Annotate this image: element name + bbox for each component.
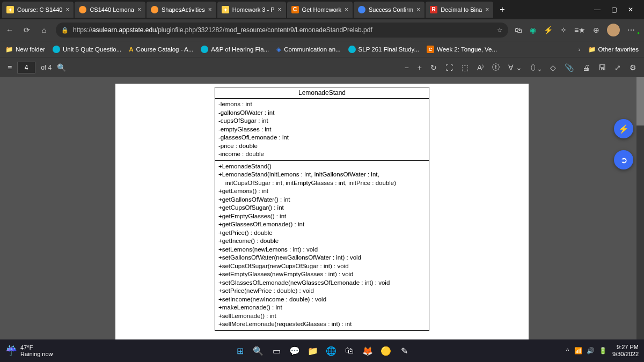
new-tab-button[interactable]: + xyxy=(494,5,510,14)
maximize-button[interactable]: ▢ xyxy=(611,6,617,13)
other-favorites[interactable]: 📁Other favorites xyxy=(588,46,639,53)
favorites-icon[interactable]: ≡★ xyxy=(574,26,586,34)
vertical-scrollbar[interactable] xyxy=(636,77,644,339)
home-button[interactable]: ⌂ xyxy=(39,26,49,34)
erase-icon[interactable]: ◇ xyxy=(550,63,556,72)
notification-dot-icon: ● xyxy=(637,31,640,35)
url-input[interactable]: 🔒 https://asulearn.appstate.edu/pluginfi… xyxy=(56,23,508,38)
pdf-viewer[interactable]: LemonadeStand -lemons : int -gallonsOfWa… xyxy=(0,77,644,339)
toolbar-icons: 🛍 ◉ ⚡ ✧ ≡★ ⊕ ⋯ ● xyxy=(515,24,640,36)
browser-tab-bar: ✦Course: C S1440× CS1440 Lemona× ShapesA… xyxy=(0,0,644,19)
address-bar: ← ⟳ ⌂ 🔒 https://asulearn.appstate.edu/pl… xyxy=(0,19,644,41)
print-icon[interactable]: 🖨 xyxy=(582,63,590,72)
back-button[interactable]: ← xyxy=(4,26,15,34)
extension-icon[interactable]: ⚡ xyxy=(544,26,553,34)
fav-comm[interactable]: ◈Communication an... xyxy=(276,46,340,53)
fav-ap[interactable]: A&P of Hearing Fla... xyxy=(201,46,269,53)
refresh-button[interactable]: ⟳ xyxy=(21,26,32,34)
rotate-icon[interactable]: ↻ xyxy=(430,63,437,72)
fav-week2[interactable]: CWeek 2: Tongue, Ve... xyxy=(427,46,497,53)
tab-homework[interactable]: ✦Homework 3 - P× xyxy=(217,2,286,18)
catalog-icon: A xyxy=(129,46,133,53)
weather-temp: 47°F xyxy=(20,344,53,351)
favicon xyxy=(151,6,158,13)
firefox-button[interactable]: 🦊 xyxy=(361,344,375,358)
zoom-in-icon[interactable]: + xyxy=(418,63,422,72)
pdf-search-icon[interactable]: 🔍 xyxy=(57,63,66,72)
wifi-icon[interactable]: 📶 xyxy=(574,347,582,354)
folder-icon: 📁 xyxy=(588,46,596,53)
menu-icon[interactable]: ⋯ xyxy=(627,26,635,34)
folder-icon: 📁 xyxy=(5,46,13,53)
close-tab-icon[interactable]: × xyxy=(485,6,489,13)
close-tab-icon[interactable]: × xyxy=(278,6,282,13)
extensions-icon[interactable]: ✧ xyxy=(560,26,567,34)
profile-avatar[interactable] xyxy=(607,24,620,36)
close-tab-icon[interactable]: × xyxy=(208,6,212,13)
page-number-input[interactable] xyxy=(17,62,35,73)
url-text: https://asulearn.appstate.edu/pluginfile… xyxy=(73,26,372,34)
uml-class-diagram: LemonadeStand -lemons : int -gallonsOfWa… xyxy=(215,87,429,331)
tab-success[interactable]: Success Confirm× xyxy=(354,2,425,18)
system-tray: ^ 📶 🔊 🔋 9:27 PM 9/30/2022 xyxy=(566,344,639,358)
sidebar-toggle-button[interactable]: ➲ xyxy=(614,150,633,169)
app-button[interactable]: ✎ xyxy=(397,344,411,358)
minimize-button[interactable]: — xyxy=(594,6,601,13)
page-count-label: of 4 xyxy=(41,64,52,71)
attach-icon[interactable]: 📎 xyxy=(565,63,574,72)
file-explorer-button[interactable]: 📁 xyxy=(306,344,320,358)
pdf-tools: − + ↻ ⛶ ⬚ A⁾ ⓣ ∀ ⌄ ⬯ ⌄ ◇ 📎 🖨 🖫 ⤢ ⚙ xyxy=(405,63,637,72)
scrollbar-thumb[interactable] xyxy=(636,77,644,125)
fav-unit5[interactable]: Unit 5 Quiz Questio... xyxy=(53,46,121,53)
task-view-button[interactable]: ▭ xyxy=(269,344,283,358)
fav-new-folder[interactable]: 📁New folder xyxy=(5,46,45,53)
start-button[interactable]: ⊞ xyxy=(233,344,247,358)
settings-icon[interactable]: ⚙ xyxy=(630,63,636,72)
favicon: R xyxy=(430,6,437,13)
close-window-button[interactable]: ✕ xyxy=(628,6,633,13)
tab-decimal[interactable]: RDecimal to Bina× xyxy=(426,2,493,18)
store-button[interactable]: 🛍 xyxy=(342,344,356,358)
close-tab-icon[interactable]: × xyxy=(65,6,69,13)
edge-button[interactable]: 🌐 xyxy=(324,344,338,358)
windows-taskbar: ☔ 47°F Raining now ⊞ 🔍 ▭ 💬 📁 🌐 🛍 🦊 🟡 ✎ ^… xyxy=(0,339,644,362)
favorites-overflow-icon[interactable]: › xyxy=(579,46,581,53)
tab-lemon[interactable]: CS1440 Lemona× xyxy=(75,2,145,18)
draw-icon[interactable]: ∀ ⌄ xyxy=(508,63,522,72)
volume-icon[interactable]: 🔊 xyxy=(587,347,595,354)
save-icon[interactable]: 🖫 xyxy=(598,63,606,72)
window-controls: — ▢ ✕ xyxy=(586,6,642,13)
shopping-icon[interactable]: 🛍 xyxy=(515,26,522,34)
pdf-page: LemonadeStand -lemons : int -gallonsOfWa… xyxy=(115,84,529,339)
read-aloud-icon[interactable]: A⁾ xyxy=(477,63,484,72)
tab-course[interactable]: ✦Course: C S1440× xyxy=(2,2,74,18)
grammarly-icon[interactable]: ◉ xyxy=(530,26,536,34)
uml-class-name: LemonadeStand xyxy=(215,87,429,99)
clock[interactable]: 9:27 PM 9/30/2022 xyxy=(612,344,639,358)
close-tab-icon[interactable]: × xyxy=(345,6,348,13)
fav-catalog[interactable]: ACourse Catalog - A... xyxy=(129,46,193,53)
add-text-icon[interactable]: ⓣ xyxy=(492,63,500,72)
uml-attributes: -lemons : int -gallonsOfWater : int -cup… xyxy=(215,99,429,161)
highlight-icon[interactable]: ⬯ ⌄ xyxy=(531,63,541,72)
battery-icon[interactable]: 🔋 xyxy=(599,347,607,354)
monica-assistant-button[interactable]: ⚡ xyxy=(614,119,633,138)
collections-icon[interactable]: ⊕ xyxy=(593,26,599,34)
tab-shapes[interactable]: ShapesActivities× xyxy=(147,2,216,18)
tab-gethw[interactable]: CGet Homework× xyxy=(287,2,353,18)
chat-button[interactable]: 💬 xyxy=(288,344,302,358)
fav-slp[interactable]: SLP 261 Final Study... xyxy=(348,46,419,53)
chrome-button[interactable]: 🟡 xyxy=(379,344,393,358)
search-button[interactable]: 🔍 xyxy=(251,344,265,358)
zoom-out-icon[interactable]: − xyxy=(405,63,409,72)
weather-widget[interactable]: ☔ 47°F Raining now xyxy=(5,344,53,357)
tray-chevron-icon[interactable]: ^ xyxy=(566,348,569,354)
close-tab-icon[interactable]: × xyxy=(137,6,141,13)
page-view-icon[interactable]: ⬚ xyxy=(462,63,469,72)
fullscreen-icon[interactable]: ⤢ xyxy=(614,63,621,72)
close-tab-icon[interactable]: × xyxy=(416,6,420,13)
date: 9/30/2022 xyxy=(612,351,639,358)
favorite-star-icon[interactable]: ☆ xyxy=(497,26,503,34)
fit-page-icon[interactable]: ⛶ xyxy=(445,63,453,72)
toc-icon[interactable]: ≡ xyxy=(8,63,12,72)
